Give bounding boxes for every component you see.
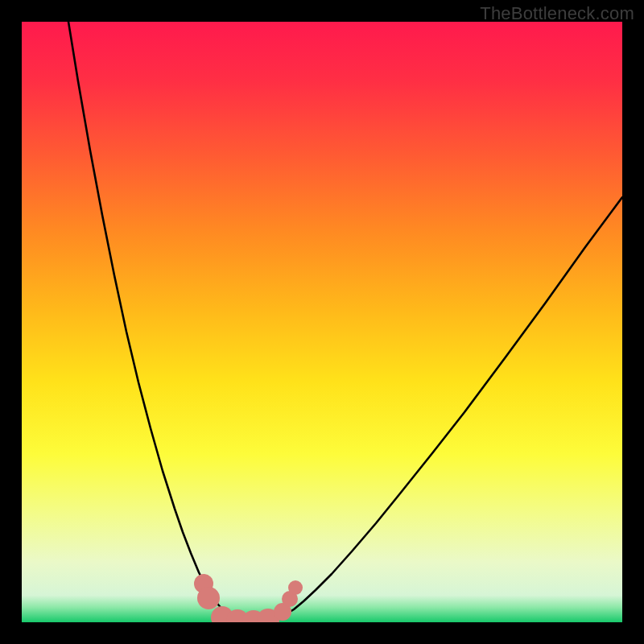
watermark-text: TheBottleneck.com — [480, 3, 634, 24]
curve-path — [275, 197, 622, 620]
chart-frame: TheBottleneck.com — [0, 0, 644, 644]
plot-area — [22, 22, 622, 622]
data-marker — [288, 580, 303, 595]
chart-curves — [22, 22, 622, 622]
curve-path — [68, 22, 229, 618]
data-marker — [197, 587, 220, 609]
